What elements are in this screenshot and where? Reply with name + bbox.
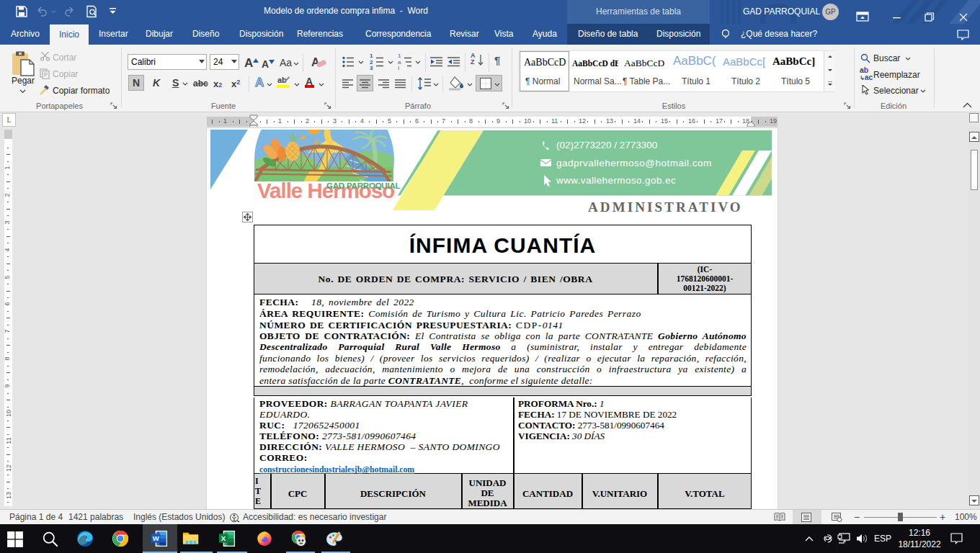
svg-text:W: W xyxy=(153,534,160,542)
svg-text:GAD PARROQUIAL: GAD PARROQUIAL xyxy=(326,181,401,190)
svg-text:X: X xyxy=(221,534,226,542)
svg-text:www.vallehermoso.gob.ec: www.vallehermoso.gob.ec xyxy=(556,175,676,186)
svg-text:gadprvallehermoso@hotmail.com: gadprvallehermoso@hotmail.com xyxy=(556,158,712,168)
svg-text:(02)2773220 / 2773300: (02)2773220 / 2773300 xyxy=(556,140,657,150)
